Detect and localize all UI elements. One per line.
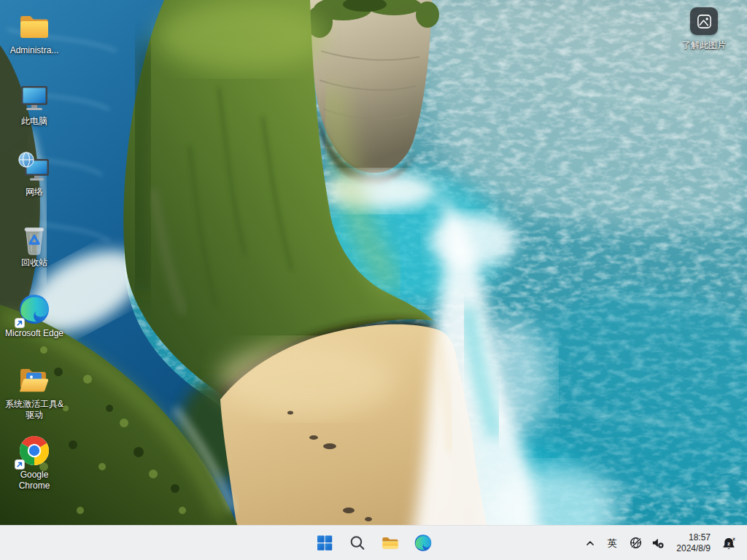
desktop-icon-label: Administra... — [10, 45, 59, 56]
folder-icon — [17, 9, 52, 44]
desktop-icon-recycle-bin[interactable]: 回收站 — [3, 221, 66, 292]
desktop-icon-microsoft-edge[interactable]: Microsoft Edge — [3, 292, 66, 362]
network-volume-button[interactable] — [623, 530, 670, 556]
shortcut-arrow-icon — [15, 459, 25, 470]
taskbar-center-icons — [310, 526, 438, 560]
desktop-icon-label: 此电脑 — [21, 116, 47, 127]
taskbar: 英 18:57 2024/8/9 — [0, 525, 747, 560]
clock-time: 18:57 — [689, 532, 711, 543]
desktop-icon-label: Microsoft Edge — [5, 328, 63, 339]
network-globe-monitor-icon — [17, 150, 52, 185]
globe-no-internet-icon — [629, 536, 643, 550]
desktop-icon-label: Google Chrome — [4, 470, 65, 491]
picture-frame-icon — [696, 13, 713, 30]
file-explorer-folder-icon — [380, 533, 400, 553]
desktop-icon-label: 网络 — [26, 187, 43, 198]
spotlight-label: 了解此图片 — [682, 39, 726, 52]
desktop-icon-administrator[interactable]: Administra... — [3, 9, 66, 79]
learn-about-picture-button[interactable] — [690, 7, 718, 35]
desktop: z z Administra... 此电脑 网络 回收站 M — [0, 0, 747, 560]
open-folder-picture-icon — [17, 362, 52, 397]
desktop-icon-network[interactable]: 网络 — [3, 150, 66, 221]
search-button[interactable] — [343, 529, 372, 558]
edge-browser-icon — [413, 533, 433, 553]
bell-do-not-disturb-icon — [721, 536, 736, 551]
windows-start-icon — [315, 534, 333, 552]
system-tray: 英 18:57 2024/8/9 — [579, 526, 741, 560]
hidden-icons-button[interactable] — [579, 530, 601, 556]
edge-taskbar-button[interactable] — [409, 529, 438, 558]
recycle-bin-icon — [17, 221, 52, 256]
desktop-icon-column: Administra... 此电脑 网络 回收站 Microsoft Edge … — [3, 9, 66, 504]
desktop-icon-label: 系统激活工具&驱动 — [4, 399, 65, 421]
speaker-muted-icon — [651, 536, 665, 550]
chevron-up-icon — [584, 537, 596, 549]
this-pc-monitor-icon — [17, 79, 52, 114]
spotlight-info: 了解此图片 — [671, 7, 737, 52]
notification-center-button[interactable] — [716, 530, 741, 556]
clock-button[interactable]: 18:57 2024/8/9 — [671, 530, 716, 556]
desktop-icon-google-chrome[interactable]: Google Chrome — [3, 433, 66, 504]
ime-language-label: 英 — [608, 537, 617, 550]
clock-date: 2024/8/9 — [676, 543, 711, 554]
start-button[interactable] — [310, 529, 339, 558]
file-explorer-button[interactable] — [376, 529, 405, 558]
shortcut-arrow-icon — [15, 318, 25, 328]
search-icon — [348, 534, 366, 552]
desktop-icon-this-pc[interactable]: 此电脑 — [3, 79, 66, 150]
wallpaper-kelingking-beach — [0, 0, 747, 560]
ime-indicator[interactable]: 英 — [602, 530, 622, 556]
desktop-icon-activation-tools[interactable]: 系统激活工具&驱动 — [3, 362, 66, 433]
desktop-icon-label: 回收站 — [21, 257, 47, 268]
